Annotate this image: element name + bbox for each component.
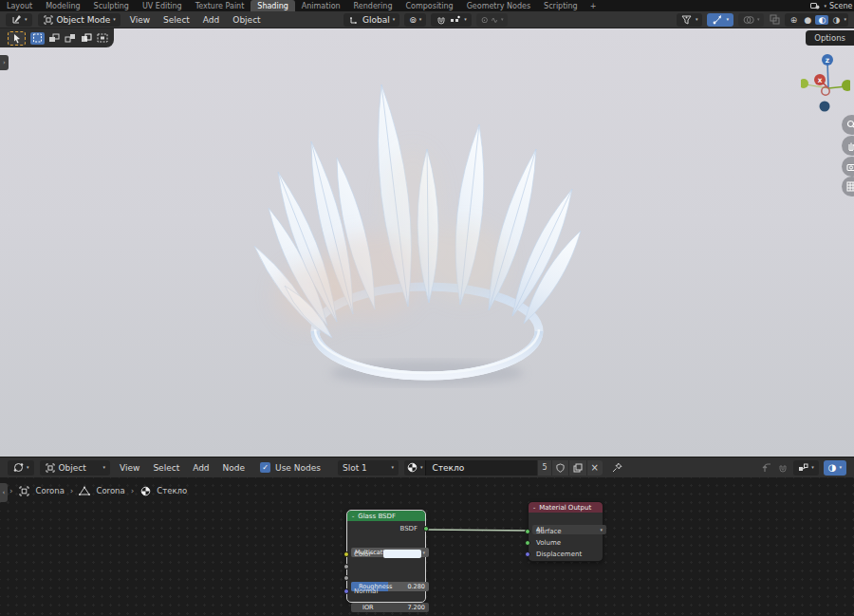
shader-menu-view[interactable]: View (116, 463, 143, 473)
workspace-tab-animation[interactable]: Animation (295, 0, 347, 11)
shader-menu-select[interactable]: Select (149, 463, 183, 473)
workspace-tab-scripting[interactable]: Scripting (537, 0, 585, 11)
select-mode-subtract-button[interactable] (63, 32, 77, 45)
overlays-toggle[interactable]: ▾ (738, 13, 765, 27)
proportional-edit-group[interactable]: ⊙ ∿ ▾ (476, 13, 509, 27)
camera-view-button[interactable] (842, 157, 854, 177)
material-datablock-widget: ▾ Стекло 5 × (404, 460, 603, 476)
menu-select[interactable]: Select (159, 15, 194, 25)
use-nodes-toggle[interactable]: ✓ Use Nodes (260, 462, 321, 473)
workspace-tab-texture-paint[interactable]: Texture Paint (189, 0, 251, 11)
snap-toggle-group[interactable]: ▾ (431, 13, 472, 27)
normal-input-socket[interactable] (343, 588, 349, 594)
volume-input-socket[interactable] (525, 540, 530, 546)
object-icon (45, 462, 56, 474)
workspace-tab-modeling[interactable]: Modeling (39, 0, 86, 11)
select-mode-new-button[interactable] (30, 32, 45, 45)
glass-node-header[interactable]: ⌄ Glass BSDF (347, 511, 425, 521)
xray-toggle[interactable] (769, 14, 780, 26)
falloff-chevron: ▾ (501, 17, 504, 22)
workspace-tab-shading[interactable]: Shading (251, 0, 295, 11)
menu-view[interactable]: View (126, 15, 154, 25)
move-view-button[interactable] (842, 136, 854, 156)
workspace-tab-geometry-nodes[interactable]: Geometry Nodes (460, 0, 537, 11)
workspace-tab-sculpting[interactable]: Sculpting (87, 0, 136, 11)
surface-input-socket[interactable] (525, 529, 530, 534)
viewport-shading-group: ⊕ ● ◐ ◑ ▾ (785, 13, 848, 27)
shading-chevron[interactable]: ▾ (844, 17, 846, 22)
material-output-node[interactable]: ⌄ Material Output All ▾ Surface Volume D… (529, 502, 603, 561)
shader-magnet-icon[interactable] (777, 462, 789, 474)
editor-type-button[interactable]: ▾ (6, 13, 32, 27)
workspace-tab-layout[interactable]: Layout (0, 0, 39, 11)
roughness-input-socket[interactable] (343, 564, 349, 569)
fake-user-button[interactable] (551, 460, 568, 476)
use-nodes-checkbox[interactable]: ✓ (260, 462, 270, 473)
preview-overlay-toggle[interactable]: ◑ ▾ (824, 460, 846, 476)
shading-solid-button[interactable]: ● (801, 15, 814, 25)
material-name-field[interactable]: Стекло (425, 460, 537, 476)
ior-field[interactable]: IOR 7.200 (351, 603, 429, 612)
collapse-icon[interactable]: ⌄ (532, 505, 536, 510)
gizmo-x-axis[interactable]: X (814, 74, 826, 85)
toolbar-toggle-tab[interactable]: › (0, 55, 9, 70)
ior-value: 7.200 (407, 604, 425, 611)
shader-menu-node[interactable]: Node (219, 463, 250, 473)
material-users-count[interactable]: 5 (537, 460, 550, 476)
add-workspace-button[interactable]: + (585, 2, 603, 10)
collapse-icon[interactable]: ⌄ (351, 513, 355, 518)
snap-chevron: ▾ (464, 17, 467, 22)
scene-dropdown-chevron[interactable]: ▾ (824, 4, 826, 9)
shader-data-type-dropdown[interactable]: Object ▾ (40, 460, 111, 476)
menu-add[interactable]: Add (199, 15, 223, 25)
active-tool-select-button[interactable] (8, 31, 26, 46)
new-material-button[interactable] (568, 460, 586, 476)
pivot-point-dropdown[interactable]: ⊚ ▾ (404, 13, 426, 27)
color-input-socket[interactable] (343, 551, 349, 557)
shading-material-preview-button[interactable]: ◐ (815, 15, 828, 25)
node-editor-canvas[interactable]: ‹ › Corona › Corona › Стекло (0, 477, 854, 616)
workspace-tab-rendering[interactable]: Rendering (347, 0, 399, 11)
navigation-gizmo[interactable]: Z X (801, 52, 850, 119)
node-snap-dropdown[interactable]: ▾ (793, 460, 819, 476)
toggle-perspective-button[interactable] (842, 177, 854, 196)
slot-dropdown[interactable]: Slot 1 ▾ (338, 460, 399, 476)
color-swatch[interactable] (383, 550, 421, 558)
transform-orientation-dropdown[interactable]: Global ▾ (343, 13, 399, 27)
mode-label: Object Mode (57, 15, 111, 25)
unlink-material-button[interactable]: × (586, 460, 603, 476)
shader-menu-add[interactable]: Add (189, 463, 213, 473)
menu-object[interactable]: Object (229, 15, 264, 25)
editor-type-chevron: ▾ (25, 17, 28, 22)
shading-wireframe-button[interactable]: ⊕ (787, 15, 800, 25)
viewport-canvas[interactable]: Options › Z X (0, 28, 854, 457)
shader-editor-type-button[interactable]: ▾ (8, 460, 34, 476)
options-button[interactable]: Options (806, 30, 854, 46)
displacement-input-socket[interactable] (525, 551, 530, 557)
gizmos-toggle[interactable]: ▾ (707, 13, 733, 27)
select-mode-intersect-button[interactable] (95, 32, 109, 45)
output-node-header[interactable]: ⌄ Material Output (529, 502, 603, 513)
use-nodes-label: Use Nodes (275, 463, 321, 473)
scene-name[interactable]: Scene (829, 2, 854, 10)
select-mode-extend-button[interactable] (46, 32, 61, 45)
snap-node-icon (798, 463, 808, 473)
gizmo-z-axis[interactable]: Z (822, 54, 833, 65)
proportional-edit-icon: ⊙ (481, 15, 489, 25)
node-snap-chevron: ▾ (811, 465, 814, 470)
select-mode-invert-button[interactable] (79, 32, 93, 45)
pin-button[interactable] (612, 462, 623, 474)
glass-bsdf-node[interactable]: ⌄ Glass BSDF BSDF Multiscatter GGX ▾ Col… (347, 511, 425, 602)
shading-rendered-button[interactable]: ◑ (829, 15, 843, 25)
workspace-tab-compositing[interactable]: Compositing (399, 0, 459, 11)
parent-node-tree-button[interactable] (761, 462, 772, 474)
show-object-types-dropdown[interactable]: ▾ (677, 13, 703, 27)
workspace-tab-uv-editing[interactable]: UV Editing (136, 0, 189, 11)
bsdf-output-socket[interactable] (423, 526, 429, 532)
zoom-button[interactable] (842, 115, 854, 135)
ior-input-socket[interactable] (343, 575, 349, 581)
orientation-chevron: ▾ (393, 17, 396, 22)
material-browse-button[interactable]: ▾ (404, 460, 426, 476)
scenes-icon[interactable] (809, 0, 821, 11)
mode-dropdown[interactable]: Object Mode ▾ (38, 13, 121, 27)
